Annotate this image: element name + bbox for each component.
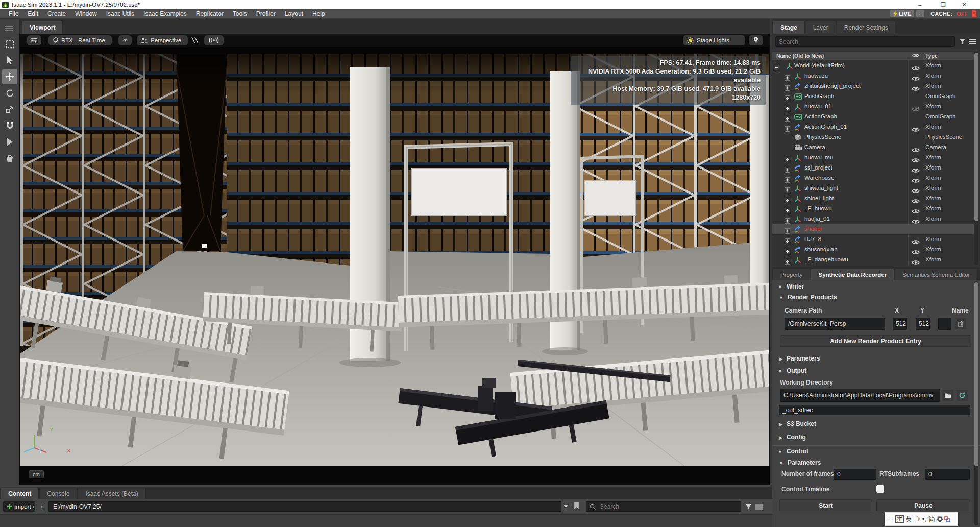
units-chip[interactable]: cm: [29, 470, 44, 478]
visibility-button[interactable]: [118, 35, 132, 45]
minimize-button[interactable]: –: [911, 0, 928, 9]
tab-content[interactable]: Content: [1, 488, 39, 499]
tool-move[interactable]: [2, 69, 17, 84]
live-button[interactable]: LIVE: [890, 10, 914, 17]
stage-row-huowuzu[interactable]: huowuzu Xform: [772, 71, 974, 81]
stage-row-zhituitishengji-project[interactable]: zhituitishengji_project Xform: [772, 81, 974, 91]
stage-lights-dropdown[interactable]: Stage Lights: [683, 35, 745, 45]
ime-width-toggle[interactable]: •,: [922, 516, 927, 522]
section-writer[interactable]: ▼Writer: [778, 283, 804, 290]
expand-icon[interactable]: [785, 259, 790, 265]
light-bulb-button[interactable]: [749, 35, 763, 45]
tool-marquee-select[interactable]: [2, 36, 17, 52]
visibility-eye-icon[interactable]: [912, 260, 920, 265]
stage-row-shiwaia-light[interactable]: shiwaia_light Xform: [772, 183, 974, 194]
column-visibility-eye-icon[interactable]: [912, 53, 919, 58]
ime-punctuation-moon-icon[interactable]: ☽: [914, 516, 921, 522]
tab-semantics-schema-editor[interactable]: Semantics Schema Editor: [895, 269, 977, 280]
visibility-eye-icon[interactable]: [912, 168, 920, 173]
section-control[interactable]: ▼Control: [778, 448, 808, 455]
menu-isaac-utils[interactable]: Isaac Utils: [102, 10, 139, 17]
menu-replicator[interactable]: Replicator: [191, 10, 228, 17]
working-directory-input[interactable]: [780, 389, 940, 402]
stage-filter-icon[interactable]: [959, 38, 966, 45]
render-name-input[interactable]: [938, 318, 951, 330]
visibility-eye-icon[interactable]: [912, 76, 920, 81]
ime-grip-icon[interactable]: ⋮⋮: [887, 517, 894, 522]
control-timeline-checkbox[interactable]: [876, 485, 884, 493]
tab-property[interactable]: Property: [773, 269, 810, 280]
tab-viewport[interactable]: Viewport: [22, 21, 63, 34]
tab-isaac-assets-beta[interactable]: Isaac Assets (Beta): [78, 488, 145, 499]
menu-edit[interactable]: Edit: [23, 10, 43, 17]
stage-row-physicsscene[interactable]: PhysicsScene PhysicsScene: [772, 132, 974, 142]
expand-icon[interactable]: [785, 208, 790, 213]
stage-search-input[interactable]: [775, 36, 955, 47]
expand-icon[interactable]: [785, 75, 790, 81]
expand-icon[interactable]: [785, 187, 790, 193]
expand-icon[interactable]: [785, 198, 790, 203]
menu-layout[interactable]: Layout: [280, 10, 308, 17]
output-subdir-input[interactable]: [779, 405, 970, 415]
expand-icon[interactable]: [785, 167, 790, 173]
expand-icon[interactable]: [785, 249, 790, 254]
start-button[interactable]: Start: [779, 499, 872, 511]
render-y-input[interactable]: [916, 318, 930, 330]
renderer-dropdown[interactable]: RTX - Real-Time: [48, 35, 112, 45]
audio-button[interactable]: [204, 35, 224, 45]
expand-icon[interactable]: [785, 126, 790, 132]
section-parameters[interactable]: ▶Parameters: [779, 355, 820, 362]
visibility-eye-icon[interactable]: [912, 188, 920, 194]
tab-stage[interactable]: Stage: [773, 21, 805, 34]
stage-row-huowu-mu[interactable]: huowu_mu Xform: [772, 153, 974, 163]
ime-skin-icon[interactable]: [944, 516, 950, 522]
pause-button[interactable]: Pause: [876, 499, 970, 511]
expand-icon[interactable]: [785, 228, 790, 234]
visibility-eye-icon[interactable]: [912, 86, 920, 91]
maximize-button[interactable]: ❒: [935, 0, 952, 9]
tab-render-settings[interactable]: Render Settings: [837, 21, 896, 34]
menu-tools[interactable]: Tools: [228, 10, 252, 17]
section-output[interactable]: ▼Output: [778, 367, 806, 374]
section-control-parameters[interactable]: ▼Parameters: [779, 459, 821, 466]
tool-select[interactable]: [2, 53, 17, 68]
tool-physics-utils[interactable]: [2, 151, 17, 166]
visibility-eye-icon[interactable]: [912, 158, 920, 163]
tab-layer[interactable]: Layer: [806, 21, 836, 34]
visibility-eye-icon[interactable]: [912, 219, 920, 224]
collapse-icon[interactable]: [774, 65, 779, 70]
menu-window[interactable]: Window: [70, 10, 102, 17]
visibility-eye-hidden-icon[interactable]: [912, 107, 920, 112]
tab-synthetic-data-recorder[interactable]: Synthetic Data Recorder: [811, 269, 894, 280]
stage-row-actiongraph[interactable]: ActionGraph OmniGraph: [772, 112, 974, 122]
stage-row-actiongraph-01[interactable]: ActionGraph_01 Xform: [772, 122, 974, 132]
stage-row-ssj-project[interactable]: ssj_project Xform: [772, 163, 974, 173]
visibility-eye-icon[interactable]: [912, 209, 920, 214]
visibility-eye-icon[interactable]: [912, 148, 920, 153]
stage-row-warehouse[interactable]: Warehouse Xform: [772, 173, 974, 183]
live-dropdown[interactable]: ⌄: [916, 10, 924, 17]
viewport-settings-button[interactable]: [27, 35, 41, 45]
sdr-scrollbar[interactable]: [974, 281, 978, 525]
ime-pinyin[interactable]: 拼: [895, 515, 904, 523]
ime-english[interactable]: 英: [905, 516, 913, 522]
stage-options-icon[interactable]: [969, 39, 976, 44]
menu-isaac-examples[interactable]: Isaac Examples: [139, 10, 191, 17]
visibility-eye-icon[interactable]: [912, 239, 920, 245]
camera-dropdown[interactable]: Perspective: [137, 35, 188, 45]
content-filter-icon[interactable]: [745, 504, 752, 510]
content-area[interactable]: [0, 514, 772, 527]
expand-icon[interactable]: [785, 157, 790, 162]
ime-simplified[interactable]: 简: [928, 516, 936, 522]
stage-row-world-defaultprim[interactable]: World (defaultPrim) Xform: [772, 61, 974, 71]
visibility-eye-icon[interactable]: [912, 250, 920, 255]
bookmark-icon[interactable]: [574, 502, 579, 509]
frames-input[interactable]: [834, 469, 876, 480]
visibility-eye-icon[interactable]: [912, 127, 920, 132]
menu-profiler[interactable]: Profiler: [252, 10, 280, 17]
ime-gear-icon[interactable]: [937, 516, 943, 522]
stage-row-shusongxian[interactable]: shusongxian Xform: [772, 245, 974, 255]
forward-icon[interactable]: ›: [41, 502, 43, 510]
camera-path-input[interactable]: [785, 318, 885, 330]
stage-row-camera[interactable]: Camera Camera: [772, 142, 974, 153]
